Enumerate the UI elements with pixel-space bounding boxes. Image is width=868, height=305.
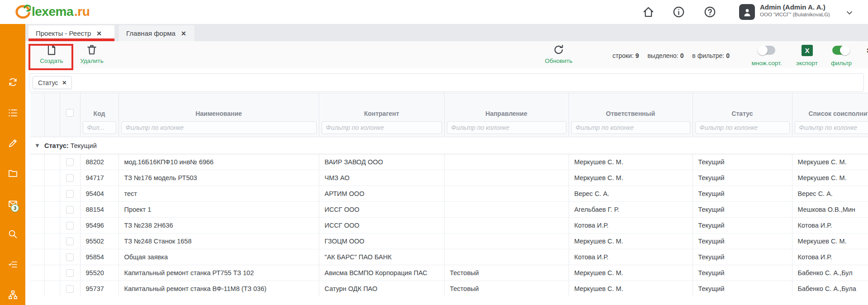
tab-main-form[interactable]: Главная форма ✕ [119, 25, 194, 41]
top-header: lexema.ru Admin (Admin A. A.) ООО "ИССГ"… [0, 0, 868, 24]
cell-coexecutors: Меркушев С. М. [792, 234, 868, 249]
edit-icon[interactable] [8, 138, 18, 148]
column-header-direction[interactable]: Направление [444, 93, 569, 120]
multisort-toggle-label: множ.сорт. [745, 60, 788, 67]
tab-label: Главная форма [126, 29, 175, 37]
hierarchy-icon[interactable] [8, 290, 18, 300]
cell-direction [444, 154, 569, 170]
close-icon[interactable]: ✕ [181, 30, 186, 37]
row-checkbox[interactable] [66, 238, 74, 245]
column-header-name[interactable]: Наименование [119, 93, 319, 120]
filter-input-name[interactable] [121, 121, 317, 134]
registry-icon[interactable] [8, 108, 18, 118]
column-header-code[interactable]: Код [80, 93, 119, 120]
refresh-button[interactable]: Обновить [538, 44, 579, 64]
cell-name: мод.16Б16КПФ10 инв№ 6966 [119, 154, 319, 170]
cell-responsible: Меркушев С. М. [569, 234, 693, 249]
table-row[interactable]: 95520 Капитальный ремонт станка РТ755 ТЗ… [30, 265, 868, 281]
filter-input-responsible[interactable] [571, 121, 690, 134]
user-avatar[interactable] [739, 4, 755, 20]
user-info[interactable]: Admin (Admin A. A.) ООО "ИССГ" (Bulatnik… [760, 3, 844, 17]
sync-icon[interactable] [8, 77, 18, 87]
lexema-logo[interactable]: lexema.ru [15, 4, 90, 19]
table-row[interactable]: 95502 ТЗ №248 Станок 1658 ГЗОЦМ ООО Мерк… [30, 234, 868, 249]
excel-export-icon[interactable]: X [802, 45, 813, 56]
close-icon[interactable]: ✕ [62, 80, 66, 86]
column-header-contractor[interactable]: Контрагент [319, 93, 444, 120]
cell-coexecutors: Бабенко С. А.,Бул [792, 265, 868, 281]
rows-count-value: 9 [636, 52, 639, 59]
home-icon[interactable] [642, 6, 655, 18]
help-icon[interactable] [704, 6, 716, 18]
group-row-status: ▼ Статус: Текущий [30, 137, 868, 154]
grouping-panel: Статус ✕ [25, 68, 868, 93]
delete-button[interactable]: Удалить [75, 44, 109, 64]
cell-code: 88154 [80, 202, 119, 218]
projects-table: Код Наименование Контрагент Направление … [30, 93, 868, 296]
search-icon[interactable] [8, 229, 18, 239]
table-row[interactable]: 88202 мод.16Б16КПФ10 инв№ 6966 ВАИР ЗАВО… [30, 154, 868, 170]
lexema-logo-icon [15, 4, 31, 19]
refresh-button-label: Обновить [538, 57, 579, 64]
row-checkbox[interactable] [66, 174, 74, 182]
rows-count-label: строки: [612, 52, 634, 59]
column-header-coexecutors[interactable]: Список соисполнителей [792, 93, 868, 120]
cell-status: Текущий [693, 281, 792, 297]
cell-direction [444, 186, 569, 202]
cell-responsible: Агельбаев Г. Р. [569, 202, 693, 218]
close-icon[interactable]: ✕ [96, 30, 102, 37]
row-checkbox[interactable] [66, 253, 74, 261]
column-header-responsible[interactable]: Ответственный [569, 93, 693, 120]
table-row[interactable]: 95854 Общая заявка "АК БАРС" ПАО БАНК Ко… [30, 249, 868, 265]
cell-name: Проект 1 [119, 202, 319, 218]
refresh-icon [553, 44, 564, 56]
filter-input-contractor[interactable] [322, 121, 442, 134]
table-row[interactable]: 95737 Капитальный ремонт станка ВФ-11М8 … [30, 281, 868, 297]
table-row[interactable]: 88154 Проект 1 ИССГ ООО Агельбаев Г. Р. … [30, 202, 868, 218]
cell-code: 88202 [80, 154, 119, 170]
cell-responsible: Меркушев С. М. [569, 265, 693, 281]
cell-name: Общая заявка [119, 249, 319, 265]
cell-status: Текущий [693, 249, 792, 265]
cell-responsible: Котова И.Р. [569, 218, 693, 234]
cell-status: Текущий [693, 218, 792, 234]
row-checkbox[interactable] [66, 158, 74, 166]
filter-input-direction[interactable] [447, 121, 566, 134]
cell-coexecutors: Котова И.Р. [792, 218, 868, 234]
cell-name: тест [119, 186, 319, 202]
row-checkbox[interactable] [66, 285, 74, 293]
tasks-icon[interactable] [8, 259, 18, 270]
cell-code: 95404 [80, 186, 119, 202]
row-checkbox[interactable] [66, 206, 74, 214]
group-collapse-icon[interactable]: ▼ [30, 137, 44, 154]
filter-toggle[interactable] [832, 46, 849, 55]
cell-name: ТЗ №248 Станок 1658 [119, 234, 319, 249]
mail-badge: 3 [11, 204, 19, 212]
cell-code: 95502 [80, 234, 119, 249]
cell-direction [444, 202, 569, 218]
table-row[interactable]: 95404 тест АРТИМ ООО Верес С. А. Текущий… [30, 186, 868, 202]
cell-contractor: ЧМЗ АО [319, 170, 444, 186]
row-checkbox[interactable] [66, 190, 74, 198]
table-row[interactable]: 94717 ТЗ №176 модель РТ503 ЧМЗ АО Меркуш… [30, 170, 868, 186]
cell-name: Капитальный ремонт станка ВФ-11М8 (ТЗ 03… [119, 281, 319, 297]
filter-input-status[interactable] [695, 121, 790, 134]
multisort-toggle[interactable] [758, 46, 775, 55]
logo-text-main: lexema [32, 5, 73, 19]
table-row[interactable]: 95496 ТЗ №238 2Н636 ИССГ ООО Котова И.Р.… [30, 218, 868, 234]
folder-icon[interactable] [8, 168, 18, 179]
info-icon[interactable] [673, 6, 685, 18]
filter-input-code[interactable] [83, 121, 116, 134]
chevron-down-icon[interactable] [845, 8, 854, 19]
filter-input-coexecutors[interactable] [795, 121, 868, 134]
column-header-status[interactable]: Статус [693, 93, 792, 120]
gear-icon[interactable]: ⚙ [866, 43, 868, 58]
group-chip-status[interactable]: Статус ✕ [33, 76, 72, 89]
cell-coexecutors: Бабенко С. А.,Була [792, 281, 868, 297]
row-checkbox[interactable] [66, 222, 74, 229]
row-checkbox[interactable] [66, 269, 74, 277]
filter-toggle-label: фильтр [822, 60, 860, 67]
cell-name: ТЗ №176 модель РТ503 [119, 170, 319, 186]
select-all-checkbox[interactable] [66, 109, 74, 117]
left-sidebar: 3 [0, 24, 25, 305]
